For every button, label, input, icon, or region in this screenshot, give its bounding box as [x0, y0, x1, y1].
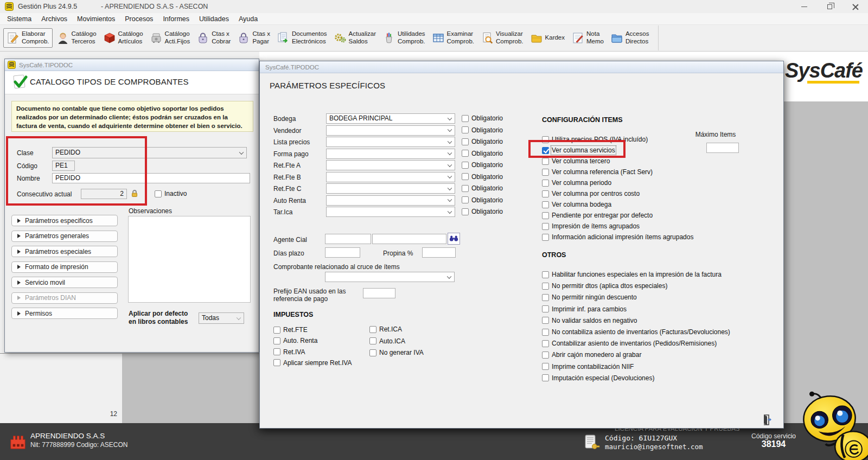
checkbox-no-permitir-dtos-aplica-dtos-especiales[interactable]: No permitir dtos (aplica dtos especiales… — [542, 282, 667, 290]
checkbox-box[interactable] — [542, 169, 549, 176]
combobox-ret-fte-a[interactable] — [326, 160, 455, 170]
checkbox-box[interactable] — [462, 138, 469, 145]
menu-item-utilidades[interactable]: Utilidades — [194, 15, 234, 23]
checkbox-box[interactable] — [369, 349, 376, 356]
combobox-auto-renta[interactable] — [326, 195, 455, 206]
toolbar-button-examinar-comprob[interactable]: ExaminarComprob. — [429, 29, 477, 47]
dialog2-titlebar[interactable]: SysCafé.TIPODOC — [260, 61, 783, 73]
checkbox-box[interactable] — [542, 223, 549, 230]
checkbox-ver-columna-periodo[interactable]: Ver columna periodo — [542, 179, 611, 187]
chevron-down-icon[interactable] — [448, 174, 452, 178]
observaciones-textarea[interactable] — [128, 216, 251, 303]
checkbox-ret-iva[interactable]: Ret.IVA — [273, 348, 305, 356]
checkbox-bodega-obligatorio[interactable]: Obligatorio — [462, 114, 503, 122]
checkbox-lista-precios-obligatorio[interactable]: Obligatorio — [462, 138, 503, 145]
checkbox-box[interactable] — [542, 374, 549, 381]
checkbox-contabilizar-asiento-de-inventarios-pedidos-remisiones[interactable]: Contabilizar asiento de inventarios (Ped… — [542, 340, 717, 347]
button-par-metros-especiales[interactable]: Parámetros especiales — [11, 246, 118, 257]
checkbox-imprimir-inf-para-cambios[interactable]: Imprimir inf. para cambios — [542, 305, 627, 313]
checkbox-tar-ica-obligatorio[interactable]: Obligatorio — [462, 208, 503, 215]
checkbox-ver-columna-por-centros-costo[interactable]: Ver columna por centros costo — [542, 190, 640, 197]
toolbar-button-nota-memo[interactable]: NotaMemo — [569, 29, 607, 47]
checkbox-vendedor-obligatorio[interactable]: Obligatorio — [462, 126, 503, 134]
checkbox-box[interactable] — [273, 359, 280, 366]
checkbox-box[interactable] — [542, 234, 549, 241]
toolbar-button-actualizar-saldos[interactable]: ActualizarSaldos — [331, 29, 379, 47]
combobox-ret-fte-c[interactable] — [326, 183, 455, 194]
checkbox-pendiente-por-entregar-por-defecto[interactable]: Pendiente por entregar por defecto — [542, 212, 653, 219]
checkbox-box[interactable] — [542, 317, 549, 324]
chevron-down-icon[interactable] — [448, 139, 452, 143]
checkbox-box[interactable] — [542, 271, 549, 278]
checkbox-abrir-caj-n-monedero-al-grabar[interactable]: Abrir cajón monedero al grabar — [542, 351, 641, 359]
checkbox-imputaci-n-especial-devoluciones[interactable]: Imputación especial (Devoluciones) — [542, 374, 654, 382]
menu-item-procesos[interactable]: Procesos — [120, 15, 158, 23]
checkbox-no-permitir-ning-n-descuento[interactable]: No permitir ningún descuento — [542, 293, 637, 301]
toolbar-button-ctas-x-pagar[interactable]: Ctas xPagar — [234, 29, 273, 47]
combobox-ret-fte-b[interactable] — [326, 172, 455, 182]
checkbox-box[interactable] — [542, 158, 549, 165]
checkbox-box[interactable] — [542, 283, 549, 290]
nombre-field[interactable]: PEDIDO — [52, 173, 250, 183]
checkbox-auto-renta-obligatorio[interactable]: Obligatorio — [462, 196, 503, 204]
checkbox-box[interactable] — [273, 337, 280, 344]
menu-item-archivos[interactable]: Archivos — [36, 15, 72, 23]
checkbox-auto-renta[interactable]: Auto. Renta — [273, 337, 317, 344]
agente-cial-name-field[interactable] — [372, 234, 446, 244]
button-servicio-movil[interactable]: Servicio movil — [11, 277, 118, 288]
checkbox-ver-columna-referencia-fact-serv[interactable]: Ver columna referencia (Fact Serv) — [542, 168, 653, 176]
menu-item-movimientos[interactable]: Movimientos — [72, 15, 120, 23]
checkbox-informaci-n-adicional-impresi-n-tems-agrupados[interactable]: Información adicional impresión ítems ag… — [542, 233, 693, 241]
checkbox-box[interactable] — [462, 173, 469, 180]
checkbox-forma-pago-obligatorio[interactable]: Obligatorio — [462, 150, 503, 157]
chevron-down-icon[interactable] — [448, 209, 452, 213]
minimize-button[interactable] — [792, 0, 817, 13]
checkbox-box[interactable] — [462, 208, 469, 215]
checkbox-box[interactable] — [273, 327, 280, 334]
exit-door-icon[interactable] — [762, 414, 773, 426]
checkbox-ver-columna-tercero[interactable]: Ver columna tercero — [542, 157, 610, 165]
checkbox-ret-fte[interactable]: Ret.FTE — [273, 326, 308, 334]
combobox-lista-precios[interactable] — [326, 137, 455, 147]
consecutivo-field[interactable]: 2 — [81, 189, 127, 199]
inactivo-checkbox[interactable]: Inactivo — [155, 190, 187, 197]
toolbar-button-elaborar-comprob[interactable]: ElaborarComprob. — [3, 28, 53, 47]
button-par-metros-generales[interactable]: Parámetros generales — [11, 231, 118, 242]
checkbox-box[interactable] — [542, 329, 549, 336]
checkbox-habilitar-funciones-especiales-en-la-impresi-n-de-la-factura[interactable]: Habilitar funciones especiales en la imp… — [542, 271, 722, 278]
agente-search-button[interactable] — [448, 233, 460, 245]
toolbar-button-accesos-directos[interactable]: AccesosDirectos — [608, 29, 652, 47]
checkbox-box[interactable] — [462, 185, 469, 192]
button-permisos[interactable]: Permisos — [11, 308, 118, 319]
combobox-vendedor[interactable] — [326, 125, 455, 136]
chevron-down-icon[interactable] — [448, 151, 452, 155]
checkbox-box[interactable] — [273, 348, 280, 355]
clase-combobox[interactable]: PEDIDO — [52, 147, 247, 158]
checkbox-ret-fte-c-obligatorio[interactable]: Obligatorio — [462, 184, 503, 192]
dias-plazo-field[interactable] — [325, 247, 360, 258]
checkbox-auto-ica[interactable]: Auto.ICA — [369, 337, 405, 345]
chevron-down-icon[interactable] — [448, 162, 452, 167]
maximo-items-field[interactable] — [706, 143, 739, 153]
checkbox-box[interactable] — [542, 212, 549, 219]
menu-item-sistema[interactable]: Sistema — [2, 15, 36, 23]
toolbar-button-visualizar-comprob[interactable]: VisualizarComprob. — [478, 29, 526, 47]
toolbar-button-utilidades-comprob[interactable]: UtilidadesComprob. — [380, 29, 428, 47]
checkbox-ret-fte-b-obligatorio[interactable]: Obligatorio — [462, 173, 503, 181]
menu-item-ayuda[interactable]: Ayuda — [234, 15, 263, 23]
close-button[interactable] — [843, 0, 868, 13]
checkbox-box[interactable] — [462, 150, 469, 157]
menu-item-informes[interactable]: Informes — [158, 15, 194, 23]
checkbox-box[interactable] — [542, 340, 549, 347]
combobox-tar-ica[interactable] — [326, 207, 455, 217]
checkbox-box[interactable] — [369, 326, 376, 333]
checkbox-box[interactable] — [462, 196, 469, 203]
checkbox-box[interactable] — [542, 136, 549, 143]
combobox-forma-pago[interactable] — [326, 149, 455, 159]
checkbox-ret-fte-a-obligatorio[interactable]: Obligatorio — [462, 161, 503, 169]
checkbox-box[interactable] — [462, 126, 469, 133]
prefijo-ean-field[interactable] — [363, 288, 395, 298]
libros-contables-combobox[interactable]: Todas — [199, 312, 244, 324]
chevron-down-icon[interactable] — [447, 274, 451, 278]
chevron-down-icon[interactable] — [448, 197, 452, 202]
